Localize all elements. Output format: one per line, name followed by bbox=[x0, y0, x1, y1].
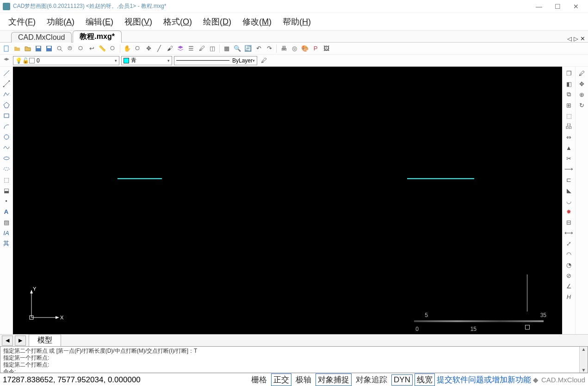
layer-manager-icon[interactable] bbox=[2, 56, 11, 65]
menu-file[interactable]: 文件(F) bbox=[3, 14, 41, 29]
zoom-extents-icon[interactable] bbox=[55, 44, 64, 53]
extend-icon[interactable]: ⟶ bbox=[564, 164, 574, 174]
line-icon[interactable] bbox=[2, 68, 11, 78]
layout-prev-button[interactable]: ◀ bbox=[2, 336, 13, 346]
copy-object-icon[interactable]: ❐ bbox=[564, 68, 574, 78]
polygon-icon[interactable] bbox=[2, 100, 11, 110]
zoom-in-icon[interactable]: + bbox=[66, 44, 75, 53]
arc-icon[interactable] bbox=[2, 122, 11, 131]
tab-next-icon[interactable]: ▷ bbox=[574, 35, 578, 42]
lineweight-icon[interactable]: 🖊 bbox=[259, 56, 268, 65]
color-wheel-icon[interactable]: 🎨 bbox=[300, 44, 309, 53]
break-icon[interactable]: ⊏ bbox=[564, 175, 574, 184]
layer-dropdown[interactable]: 💡🔓 0 ▾ bbox=[13, 56, 119, 65]
rotate-icon[interactable]: ↻ bbox=[577, 100, 587, 110]
status-polar[interactable]: 极轴 bbox=[293, 374, 314, 386]
point-icon[interactable]: • bbox=[2, 196, 11, 205]
image-icon[interactable]: 🖼 bbox=[322, 44, 331, 53]
hatch-icon[interactable]: ▨ bbox=[2, 218, 11, 227]
pdf-icon[interactable]: P bbox=[311, 44, 320, 53]
status-grid[interactable]: 栅格 bbox=[249, 374, 269, 386]
redo-icon[interactable]: ↷ bbox=[265, 44, 274, 53]
doc-tab-tutorial[interactable]: 教程.mxg* bbox=[73, 31, 122, 43]
move2-icon[interactable]: ⊕ bbox=[577, 90, 587, 99]
trim-icon[interactable]: ✂ bbox=[564, 154, 574, 163]
ellipse-arc-icon[interactable] bbox=[2, 164, 11, 174]
dim-radius-icon[interactable]: ◔ bbox=[564, 260, 574, 269]
close-button[interactable]: ✕ bbox=[567, 0, 585, 13]
block-insert-icon[interactable]: ⬚ bbox=[2, 175, 11, 184]
rectangle-icon[interactable] bbox=[2, 111, 11, 120]
array-icon[interactable]: ⊞ bbox=[564, 100, 574, 110]
tab-close-icon[interactable]: ✕ bbox=[580, 35, 585, 42]
ellipse-icon[interactable] bbox=[2, 154, 11, 163]
region-icon[interactable]: 其 bbox=[2, 239, 11, 248]
line-tool-icon[interactable]: ╱ bbox=[155, 44, 164, 53]
dim-diameter-icon[interactable]: ⊘ bbox=[564, 271, 574, 280]
fillet-icon[interactable]: ◡ bbox=[564, 196, 574, 205]
menu-modify[interactable]: 修改(M) bbox=[237, 14, 277, 29]
zoom-realtime-icon[interactable] bbox=[108, 44, 118, 53]
dim-aligned-icon[interactable]: ⤢ bbox=[564, 239, 574, 248]
leader-icon[interactable]: H bbox=[564, 292, 574, 301]
ray-icon[interactable] bbox=[2, 79, 11, 88]
polyline-icon[interactable] bbox=[2, 90, 11, 99]
open-file-icon[interactable] bbox=[23, 44, 32, 53]
status-ortho[interactable]: 正交 bbox=[271, 374, 291, 386]
dim-angle-icon[interactable]: ∠ bbox=[564, 281, 574, 291]
dim-linear-icon[interactable]: ⟷ bbox=[564, 228, 574, 237]
properties-icon[interactable]: ☰ bbox=[186, 44, 196, 53]
status-dyn[interactable]: DYN bbox=[391, 374, 413, 386]
select-icon[interactable]: ⬚ bbox=[564, 111, 574, 120]
zoom-scale-icon[interactable] bbox=[133, 44, 142, 53]
measure-icon[interactable]: 📏 bbox=[98, 44, 107, 53]
brush-icon[interactable]: 🖊 bbox=[197, 44, 206, 53]
zoom-previous-icon[interactable]: ↩ bbox=[87, 44, 96, 53]
status-lineweight[interactable]: 线宽 bbox=[415, 374, 435, 386]
replace-icon[interactable]: 🔄 bbox=[243, 44, 253, 53]
doc-tab-cloud[interactable]: CAD.MxCloud bbox=[11, 32, 72, 43]
status-osnap[interactable]: 对象捕捉 bbox=[316, 374, 352, 386]
group-icon[interactable]: 品 bbox=[564, 122, 574, 131]
model-tab[interactable]: 模型 bbox=[29, 334, 61, 347]
maximize-button[interactable]: ☐ bbox=[548, 0, 567, 13]
layout-next-button[interactable]: ▶ bbox=[15, 336, 26, 346]
search-icon[interactable]: 🔍 bbox=[233, 44, 242, 53]
move-icon[interactable]: ✥ bbox=[144, 44, 153, 53]
export-icon[interactable]: ◎ bbox=[290, 44, 299, 53]
offset-icon[interactable]: ⧉ bbox=[564, 90, 574, 99]
command-area[interactable]: 指定第二个打断点 或 [第一点(F)/打断长度(D)/中点打断(M)/交点打断(… bbox=[0, 346, 588, 373]
erase-icon[interactable]: 🖊 bbox=[577, 68, 587, 78]
drawing-canvas[interactable]: Y X 5 35 0 15 bbox=[13, 67, 562, 334]
new-file-icon[interactable] bbox=[2, 44, 11, 53]
linetype-dropdown[interactable]: ByLayer ▾ bbox=[174, 56, 257, 65]
block-create-icon[interactable]: ⬓ bbox=[2, 186, 11, 195]
save-icon[interactable] bbox=[34, 44, 43, 53]
save-as-icon[interactable] bbox=[44, 44, 54, 53]
menu-help[interactable]: 帮助(H) bbox=[277, 14, 316, 29]
mirror-icon[interactable]: ◧ bbox=[564, 79, 574, 88]
menu-view[interactable]: 视图(V) bbox=[119, 14, 158, 29]
match-icon[interactable]: ◫ bbox=[208, 44, 217, 53]
menu-draw[interactable]: 绘图(D) bbox=[198, 14, 237, 29]
menu-function[interactable]: 功能(A) bbox=[41, 14, 80, 29]
copy-icon[interactable]: ✥ bbox=[577, 79, 587, 88]
pan-icon[interactable]: ✋ bbox=[123, 44, 132, 53]
explode-icon[interactable]: ✸ bbox=[564, 207, 574, 216]
spline-icon[interactable] bbox=[2, 143, 11, 152]
circle-icon[interactable] bbox=[2, 132, 11, 142]
dim-arc-icon[interactable]: ◠ bbox=[564, 249, 574, 259]
tab-prev-icon[interactable]: ◁ bbox=[567, 35, 572, 42]
menu-edit[interactable]: 编辑(E) bbox=[80, 14, 119, 29]
align-icon[interactable]: ⊟ bbox=[564, 218, 574, 227]
text-icon[interactable]: A bbox=[2, 207, 11, 216]
undo-icon[interactable]: ↶ bbox=[254, 44, 263, 53]
mtext-icon[interactable]: IA bbox=[2, 228, 11, 237]
stretch-icon[interactable]: ⇔ bbox=[564, 132, 574, 142]
menu-format[interactable]: 格式(O) bbox=[158, 14, 198, 29]
table-icon[interactable]: ▦ bbox=[222, 44, 231, 53]
print-icon[interactable]: 🖶 bbox=[279, 44, 288, 53]
paint-icon[interactable]: 🖌 bbox=[165, 44, 174, 53]
scale-icon[interactable]: ▲ bbox=[564, 143, 574, 152]
feedback-link[interactable]: 提交软件问题或增加新功能 bbox=[437, 374, 531, 385]
